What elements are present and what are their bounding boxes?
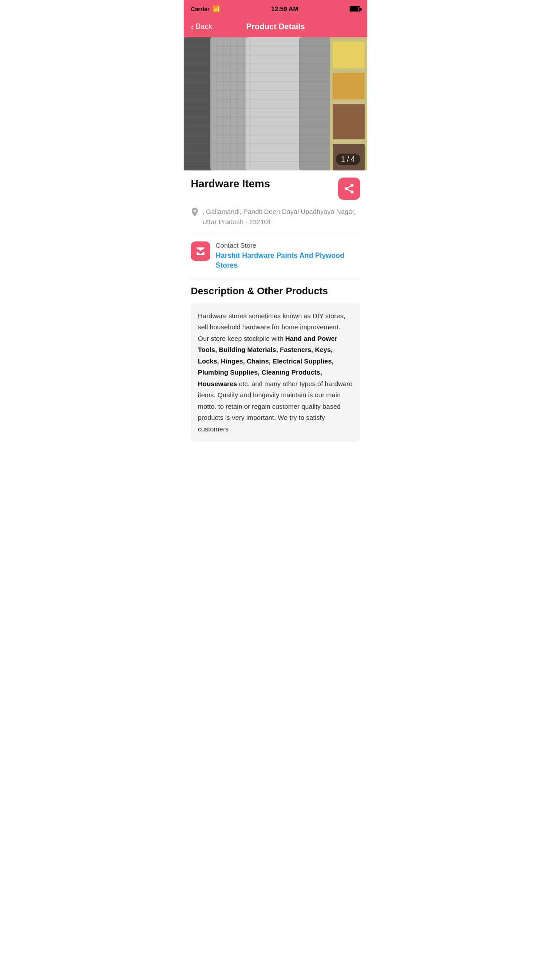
svg-point-32: [350, 184, 354, 187]
image-counter: 1 / 4: [336, 154, 360, 165]
wifi-icon: 📶: [213, 5, 220, 12]
description-title: Description & Other Products: [191, 285, 360, 297]
carrier-label: Carrier: [191, 6, 210, 12]
store-name[interactable]: Harshit Hardware Paints And Plywood Stor…: [216, 251, 360, 271]
product-header: Hardware Items: [191, 178, 360, 200]
content-area: Hardware Items , Gallamandi, Pandit Deen…: [184, 170, 367, 442]
divider-2: [191, 278, 360, 278]
divider-1: [191, 234, 360, 234]
svg-point-34: [350, 190, 354, 194]
status-bar: Carrier 📶 12:59 AM: [184, 0, 367, 18]
status-bar-right: [350, 6, 360, 12]
product-title: Hardware Items: [191, 178, 333, 190]
description-box: Hardware stores sometimes known as DIY s…: [191, 303, 360, 442]
store-icon: [195, 245, 206, 257]
location-row: , Gallamandi, Pandit Deen Dayal Upadhyay…: [191, 207, 360, 227]
contact-section: Contact Store Harshit Hardware Paints An…: [191, 241, 360, 271]
product-image: [184, 37, 367, 170]
store-icon-container: [191, 241, 210, 261]
svg-line-36: [347, 186, 350, 188]
contact-label: Contact Store: [216, 241, 360, 249]
svg-rect-30: [333, 104, 365, 139]
nav-bar: ‹ Back Product Details: [184, 18, 367, 37]
svg-point-33: [345, 187, 348, 190]
product-image-container: 1 / 4: [184, 37, 367, 170]
svg-rect-3: [246, 37, 308, 170]
contact-info: Contact Store Harshit Hardware Paints An…: [216, 241, 360, 271]
location-pin-icon: [191, 208, 199, 220]
description-text-2: etc. and many other types of hardware it…: [198, 380, 353, 433]
share-icon: [343, 183, 355, 194]
back-button[interactable]: ‹ Back: [191, 22, 212, 31]
location-text: , Gallamandi, Pandit Deen Dayal Upadhyay…: [202, 207, 360, 227]
svg-rect-29: [333, 73, 365, 99]
svg-line-35: [347, 190, 350, 191]
description-section: Description & Other Products Hardware st…: [191, 285, 360, 442]
description-text: Hardware stores sometimes known as DIY s…: [198, 310, 353, 435]
back-label: Back: [196, 22, 213, 31]
status-bar-left: Carrier 📶: [191, 5, 220, 12]
svg-rect-28: [333, 42, 365, 68]
battery-icon: [350, 6, 360, 12]
nav-title: Product Details: [246, 22, 305, 32]
status-bar-time: 12:59 AM: [271, 5, 298, 12]
share-button[interactable]: [338, 178, 360, 200]
back-chevron-icon: ‹: [191, 22, 194, 31]
